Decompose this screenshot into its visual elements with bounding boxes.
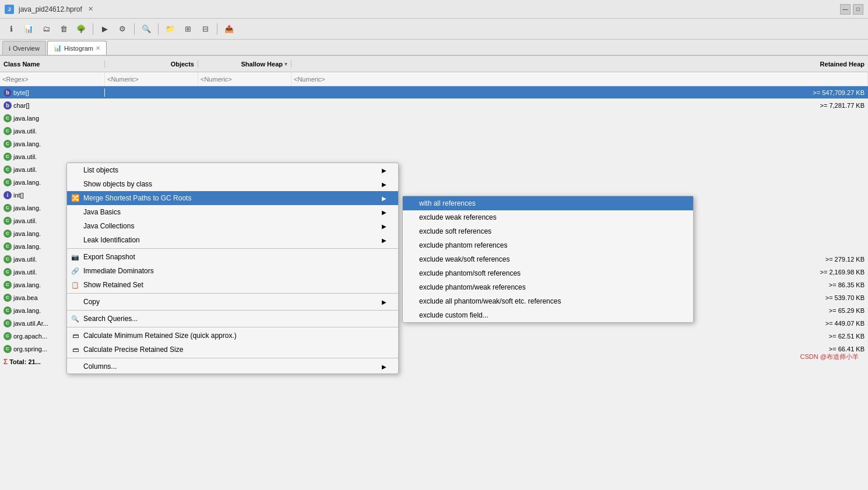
menu-merge-label: Merge Shortest Paths to GC Roots [83,194,191,202]
class-icon: C [3,306,12,315]
sep2 [134,23,135,35]
menu-columns[interactable]: Columns... ▶ [67,359,398,373]
filter-retained-input[interactable] [294,76,865,83]
submenu-excl-custom[interactable]: exclude custom field... [403,308,693,322]
cell-classname: C java.lang [0,114,105,122]
minimize-button[interactable]: — [840,4,851,15]
tab-overview[interactable]: i Overview [2,41,46,55]
menu-copy-label: Copy [83,298,100,306]
table-row[interactable]: C java.util. [0,125,868,138]
filter-objects[interactable] [105,72,198,86]
submenu-excl-weak[interactable]: exclude weak references [403,210,693,224]
info-button[interactable]: ℹ [3,22,19,37]
menu-columns-arrow: ▶ [376,364,386,370]
submenu-excl-phantom[interactable]: exclude phantom references [403,238,693,252]
menu-show-objects-by-class[interactable]: Show objects by class ▶ [67,177,398,191]
tab-histogram[interactable]: 📊 Histogram ✕ [47,41,107,55]
menu-immediate-dominators[interactable]: 🔗 Immediate Dominators [67,264,398,278]
submenu-excl-phantom-weak[interactable]: exclude phantom/weak references [403,280,693,294]
menu-copy-arrow: ▶ [376,299,386,305]
filter-objects-input[interactable] [107,76,195,83]
toolbar: ℹ 📊 🗂 🗑 🌳 ▶ ⚙ 🔍 📁 ⊞ ⊟ 📤 [0,19,868,40]
tab-histogram-icon: 📊 [54,44,62,52]
filter-retained[interactable] [291,72,868,86]
menu-java-collections[interactable]: Java Collections ▶ [67,219,398,233]
menu-calc-min-retained[interactable]: 🗃 Calculate Minimum Retained Size (quick… [67,329,398,343]
gc-button[interactable]: 🗑 [56,22,71,37]
submenu-with-all-refs-label: with all references [419,199,476,207]
table-row[interactable]: C java.util. [0,150,868,163]
search-queries-icon: 🔍 [71,314,80,323]
col-header-shallow[interactable]: Shallow Heap ▾ [198,61,291,68]
filter-shallow[interactable] [198,72,291,86]
menu-calc-precise-label: Calculate Precise Retained Size [83,346,183,354]
col-header-objects[interactable]: Objects [105,61,198,68]
table-row[interactable]: b char[] >= 7,281.77 KB [0,99,868,112]
classname-text: java.util. [13,166,37,173]
submenu-excl-phantom-label: exclude phantom references [419,241,507,249]
watermark: CSDN @布道师小羊 [800,352,859,361]
menu-java-basics[interactable]: Java Basics ▶ [67,205,398,219]
menu-search-queries[interactable]: 🔍 Search Queries... [67,312,398,326]
menu-export-snapshot[interactable]: 📷 Export Snapshot [67,250,398,264]
classname-text: java.lang. [13,179,41,186]
classname-text: java.util. [13,256,37,263]
submenu-gc-roots: with all references exclude weak referen… [402,196,694,323]
menu-leak-identification[interactable]: Leak Identification ▶ [67,233,398,247]
table-row[interactable]: C java.lang [0,112,868,125]
cell-classname: b char[] [0,101,105,110]
class-icon: C [3,345,12,353]
filter-shallow-input[interactable] [201,76,289,83]
heap-button[interactable]: 🗂 [38,22,54,37]
menu-leak-id-arrow: ▶ [376,237,386,244]
maximize-button[interactable]: □ [853,4,863,15]
class-icon: C [3,319,12,327]
table-row[interactable]: C java.lang. [0,138,868,150]
menu-retained-label: Show Retained Set [83,281,143,289]
export-button[interactable]: 📤 [222,22,237,37]
filter-row [0,72,868,86]
title-bar: J java_pid24612.hprof ✕ — □ [0,0,868,19]
menu-java-collections-arrow: ▶ [376,223,386,230]
filter-classname-input[interactable] [2,76,102,83]
tab-histogram-close[interactable]: ✕ [96,45,100,51]
menu-copy[interactable]: Copy ▶ [67,295,398,309]
menu-list-objects[interactable]: List objects ▶ [67,163,398,177]
options-button[interactable]: ⚙ [115,22,130,37]
sep3 [158,23,159,35]
submenu-excl-all[interactable]: exclude all phantom/weak/soft etc. refer… [403,294,693,308]
classname-text: java.util. [13,128,37,135]
table-row[interactable]: b byte[] >= 547,709.27 KB [0,86,868,99]
class-icon: C [3,178,12,186]
menu-merge-shortest-paths[interactable]: 🔀 Merge Shortest Paths to GC Roots ▶ [67,191,398,205]
submenu-excl-soft[interactable]: exclude soft references [403,224,693,238]
class-icon: C [3,268,12,276]
submenu-excl-phantom-soft-label: exclude phantom/soft references [419,269,521,277]
submenu-with-all-refs[interactable]: with all references [403,196,693,210]
filter-classname[interactable] [0,72,105,86]
submenu-excl-all-label: exclude all phantom/weak/soft etc. refer… [419,297,561,305]
class-icon: C [3,230,12,238]
menu-list-objects-arrow: ▶ [376,167,386,174]
folder-button[interactable]: 📁 [163,22,178,37]
search-button[interactable]: 🔍 [139,22,154,37]
menu-calc-precise[interactable]: 🗃 Calculate Precise Retained Size [67,343,398,357]
calc-precise-icon: 🗃 [71,345,80,354]
menu-columns-label: Columns... [83,362,117,371]
title-close-icon[interactable]: ✕ [87,5,95,13]
menu-show-retained-set[interactable]: 📋 Show Retained Set [67,278,398,292]
play-button[interactable]: ▶ [97,22,113,37]
submenu-excl-weak-soft[interactable]: exclude weak/soft references [403,252,693,266]
classname-text: char[] [13,102,30,109]
menu-java-basics-label: Java Basics [83,208,121,216]
layout-button[interactable]: ⊟ [198,22,213,37]
col-header-classname[interactable]: Class Name [0,61,105,68]
table-button[interactable]: ⊞ [180,22,195,37]
classname-text: java.util.Ar... [13,320,48,327]
menu-java-collections-label: Java Collections [83,222,134,230]
tree-button[interactable]: 🌳 [73,22,89,37]
chart-button[interactable]: 📊 [21,22,36,37]
submenu-excl-phantom-soft[interactable]: exclude phantom/soft references [403,266,693,280]
menu-list-objects-label: List objects [83,166,118,174]
col-header-retained[interactable]: Retained Heap [291,61,868,68]
